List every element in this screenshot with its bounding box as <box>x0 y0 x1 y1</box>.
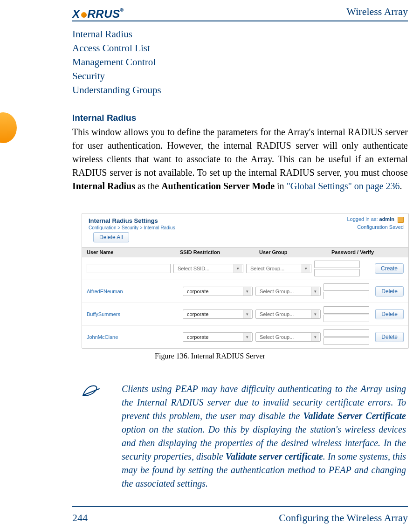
row-username: JohnMcClane <box>87 334 180 340</box>
delete-all-button[interactable]: Delete All <box>93 232 129 242</box>
note-bold-2: Validate server certificate <box>226 451 323 461</box>
new-user-row: Select SSID...▾ Select Group...▾ Create <box>82 257 408 280</box>
col-header-password: Password / Verify <box>331 249 385 255</box>
row-verify-input[interactable] <box>324 315 369 322</box>
body-run-4: . <box>400 181 402 191</box>
row-verify-input[interactable] <box>324 292 369 299</box>
chevron-down-icon: ▾ <box>243 333 251 341</box>
config-saved-label: Configuration Saved <box>357 224 404 230</box>
delete-button[interactable]: Delete <box>375 332 404 342</box>
body-run-2: as the <box>135 181 161 191</box>
breadcrumb: Configuration > Security > Internal Radi… <box>89 225 404 230</box>
group-select[interactable]: Select Group...▾ <box>246 264 311 273</box>
xref-global-settings[interactable]: "Global Settings" on page 236 <box>287 181 400 191</box>
body-paragraph: This window allows you to define the par… <box>72 125 408 193</box>
chevron-down-icon: ▾ <box>311 287 319 296</box>
table-header-row: User Name SSID Restriction User Group Pa… <box>82 247 408 257</box>
ssid-select-value: Select SSID... <box>178 266 209 271</box>
registered-icon: ® <box>120 7 124 13</box>
section-heading: Internal Radius <box>72 113 136 123</box>
chevron-down-icon: ▾ <box>311 310 319 318</box>
col-header-ssid: SSID Restriction <box>180 249 259 255</box>
row-password-input[interactable] <box>324 329 369 337</box>
chevron-down-icon: ▾ <box>243 310 251 318</box>
page-number: 244 <box>72 512 88 524</box>
link-security[interactable]: Security <box>72 69 161 83</box>
row-username: AlfredENeuman <box>87 289 180 294</box>
chevron-down-icon: ▾ <box>311 333 319 341</box>
header-divider <box>72 21 408 21</box>
col-header-username: User Name <box>87 249 180 255</box>
row-password-input[interactable] <box>324 306 369 314</box>
row-username: BuffySummers <box>87 311 180 317</box>
row-ssid-select[interactable]: corporate▾ <box>183 310 253 319</box>
table-row: AlfredENeuman corporate▾ Select Group...… <box>82 280 408 303</box>
logo-x: X <box>72 7 80 20</box>
row-ssid-select[interactable]: corporate▾ <box>183 287 253 296</box>
chevron-down-icon: ▾ <box>302 264 310 273</box>
body-run-3: in <box>275 181 287 191</box>
group-select-value: Select Group... <box>250 266 284 271</box>
col-header-group: User Group <box>259 249 331 255</box>
link-management-control[interactable]: Management Control <box>72 55 161 69</box>
delete-button[interactable]: Delete <box>375 309 404 319</box>
user-badge-icon[interactable] <box>398 217 404 223</box>
body-bold-2: Authentication Server Mode <box>161 181 275 191</box>
logo-dot-icon <box>81 12 87 18</box>
body-run-1: This window allows you to define the par… <box>72 127 408 178</box>
row-group-value: Select Group... <box>260 334 294 340</box>
table-row: JohnMcClane corporate▾ Select Group...▾ … <box>82 326 408 348</box>
row-group-value: Select Group... <box>260 289 294 294</box>
row-group-select[interactable]: Select Group...▾ <box>255 287 321 296</box>
chevron-down-icon: ▾ <box>234 264 242 273</box>
link-internal-radius[interactable]: Internal Radius <box>72 27 161 41</box>
row-ssid-value: corporate <box>187 334 208 340</box>
row-ssid-select[interactable]: corporate▾ <box>183 332 253 342</box>
password-input[interactable] <box>314 261 360 268</box>
create-button[interactable]: Create <box>375 263 404 274</box>
brand-logo: XRRUS® <box>72 7 124 21</box>
verify-input[interactable] <box>314 269 360 276</box>
topic-links: Internal Radius Access Control List Mana… <box>72 27 161 97</box>
row-ssid-value: corporate <box>187 311 208 317</box>
login-status: Logged in as: admin <box>347 216 404 223</box>
login-prefix: Logged in as: <box>347 216 379 222</box>
note-paragraph: Clients using PEAP may have difficulty a… <box>122 382 406 490</box>
figure-internal-radius: Internal Radius Settings Configuration >… <box>82 213 409 349</box>
logo-tail: RRUS <box>88 7 120 20</box>
footer-divider <box>72 506 408 507</box>
password-verify-pair <box>314 261 360 276</box>
login-user: admin <box>379 216 394 222</box>
row-group-select[interactable]: Select Group...▾ <box>255 310 321 319</box>
row-verify-input[interactable] <box>324 337 369 345</box>
row-password-input[interactable] <box>324 283 369 291</box>
page-header-title: Wireless Array <box>346 6 408 18</box>
link-access-control-list[interactable]: Access Control List <box>72 41 161 55</box>
footer-title: Configuring the Wireless Array <box>279 512 408 524</box>
figure-caption: Figure 136. Internal RADIUS Server <box>0 352 420 360</box>
body-bold-1: Internal Radius <box>72 181 135 191</box>
ssid-select[interactable]: Select SSID...▾ <box>173 264 243 273</box>
table-row: BuffySummers corporate▾ Select Group...▾… <box>82 303 408 326</box>
username-input[interactable] <box>87 264 171 273</box>
note-bold-1: Validate Server Certificate <box>303 411 406 421</box>
chevron-down-icon: ▾ <box>243 287 251 296</box>
row-ssid-value: corporate <box>187 289 208 294</box>
row-group-select[interactable]: Select Group...▾ <box>255 332 321 342</box>
delete-button[interactable]: Delete <box>375 286 404 296</box>
row-group-value: Select Group... <box>260 311 294 317</box>
side-tab-icon <box>0 112 17 143</box>
link-understanding-groups[interactable]: Understanding Groups <box>72 83 161 97</box>
note-pen-icon <box>82 384 100 398</box>
